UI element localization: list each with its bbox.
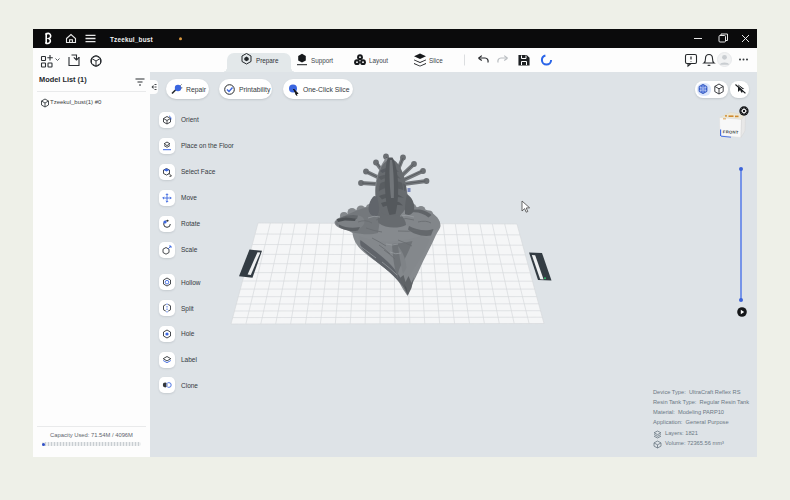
svg-text:FRONT: FRONT	[723, 129, 739, 135]
